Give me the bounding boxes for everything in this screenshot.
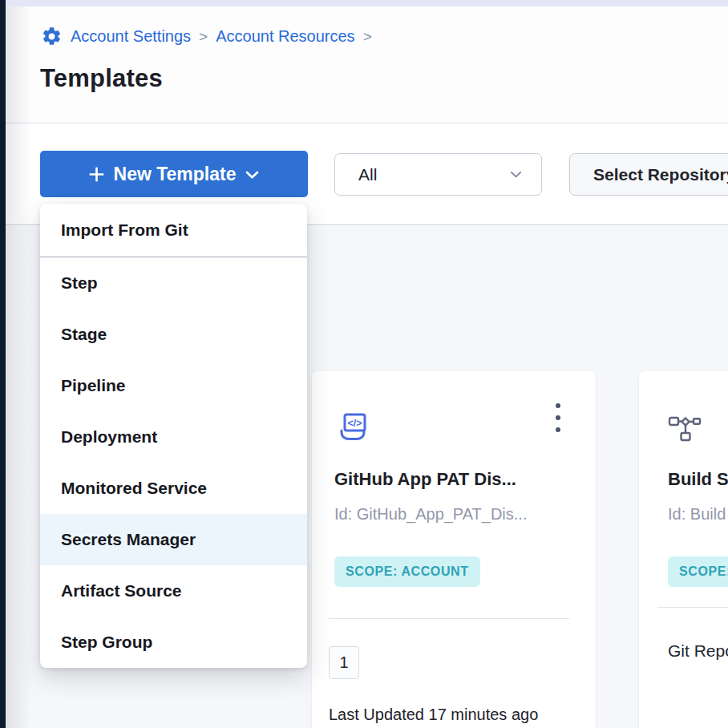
template-card-title: GitHub App PAT Dis... <box>334 469 516 490</box>
menu-item-pipeline[interactable]: Pipeline <box>40 360 307 411</box>
breadcrumb-separator: > <box>199 28 208 46</box>
template-card-build-stage[interactable]: Build St Id: Build SCOPE: AC Git Repo <box>639 371 728 728</box>
template-card-id: Id: Build <box>668 505 726 524</box>
menu-item-deployment[interactable]: Deployment <box>40 411 307 463</box>
page-header: Account Settings > Account Resources > T… <box>6 6 728 123</box>
menu-item-artifact-source[interactable]: Artifact Source <box>40 565 307 617</box>
template-card-title: Build St <box>668 469 728 490</box>
plus-icon <box>89 167 104 182</box>
card-divider <box>329 618 569 619</box>
breadcrumb: Account Settings > Account Resources > <box>41 26 372 47</box>
menu-item-import-from-git[interactable]: Import From Git <box>40 204 307 257</box>
pipeline-stage-icon <box>668 414 702 446</box>
template-card-id: Id: GitHub_App_PAT_Dis... <box>334 505 527 524</box>
chevron-down-icon <box>510 171 522 179</box>
template-type-filter-value: All <box>358 165 377 184</box>
scope-badge: SCOPE: AC <box>668 556 728 587</box>
page-title: Templates <box>40 64 163 93</box>
version-chip[interactable]: 1 <box>329 646 359 679</box>
kebab-menu-icon[interactable] <box>548 401 568 435</box>
svg-text:</>: </> <box>347 418 362 429</box>
repository-filter[interactable]: Select Repository <box>569 153 728 196</box>
breadcrumb-account-settings[interactable]: Account Settings <box>71 27 191 46</box>
repository-filter-placeholder: Select Repository <box>593 165 728 184</box>
top-accent-strip <box>6 0 728 6</box>
breadcrumb-separator: > <box>363 28 372 46</box>
menu-item-monitored-service[interactable]: Monitored Service <box>40 463 307 514</box>
breadcrumb-account-resources[interactable]: Account Resources <box>216 27 354 46</box>
scope-badge: SCOPE: ACCOUNT <box>334 556 480 587</box>
menu-item-step[interactable]: Step <box>40 257 307 309</box>
menu-item-secrets-manager[interactable]: Secrets Manager <box>40 514 307 565</box>
last-updated-text: Last Updated 17 minutes ago <box>329 706 538 724</box>
template-card-github-app-pat[interactable]: </> GitHub App PAT Dis... Id: GitHub_App… <box>312 371 596 728</box>
template-type-filter[interactable]: All <box>334 153 542 196</box>
menu-item-stage[interactable]: Stage <box>40 309 307 360</box>
gear-icon <box>41 26 63 47</box>
code-template-icon: </> <box>334 410 371 450</box>
card-divider <box>657 607 728 608</box>
menu-item-step-group[interactable]: Step Group <box>40 617 307 668</box>
chevron-down-icon <box>245 171 259 180</box>
git-repo-label: Git Repo <box>668 641 728 661</box>
new-template-button[interactable]: New Template <box>40 151 308 197</box>
new-template-menu: Import From Git Step Stage Pipeline Depl… <box>40 204 307 668</box>
collapsed-nav-strip <box>0 0 6 728</box>
new-template-label: New Template <box>114 164 237 185</box>
